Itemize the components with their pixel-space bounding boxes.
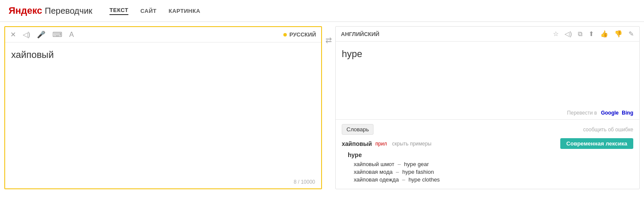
example-ru-0: хайповый шмот (354, 161, 395, 167)
source-text-input[interactable] (5, 42, 321, 176)
dislike-icon[interactable]: 👎 (614, 30, 623, 38)
share-icon[interactable]: ⬆ (589, 30, 594, 38)
example-ru-1: хайповая мода (354, 169, 392, 175)
nav-site[interactable]: САЙТ (140, 8, 157, 14)
dict-header-row: Словарь сообщить об ошибке (342, 120, 633, 138)
example-en-1: hype fashion (402, 169, 434, 175)
dict-example-1: хайповая мода – hype fashion (354, 169, 633, 175)
nav-text[interactable]: ТЕКСТ (109, 7, 128, 15)
target-panel: АНГЛИЙСКИЙ ☆ ◁) ⧉ ⬆ 👍 👎 ✎ hype Перевести… (335, 26, 640, 189)
copy-icon[interactable]: ⧉ (578, 30, 583, 38)
hide-examples-link[interactable]: скрыть примеры (392, 141, 431, 147)
target-toolbar: АНГЛИЙСКИЙ ☆ ◁) ⧉ ⬆ 👍 👎 ✎ (336, 27, 639, 42)
dict-example-2: хайповая одежда – hype clothes (354, 176, 633, 183)
source-language-label: РУССКИЙ (289, 31, 316, 38)
logo-translator: Переводчик (45, 6, 92, 16)
dict-pos: прил (375, 141, 387, 147)
example-sep-2: – (402, 176, 405, 183)
example-ru-2: хайповая одежда (354, 176, 399, 183)
dict-source-word: хайповый (342, 140, 372, 147)
google-link[interactable]: Google (601, 110, 619, 116)
clear-icon[interactable]: ✕ (10, 30, 16, 39)
edit-icon[interactable]: ✎ (629, 30, 634, 38)
main-content: ✕ ◁) 🎤 ⌨ A РУССКИЙ 8 / 10000 ⇄ АНГЛИЙСКИ… (0, 22, 644, 194)
logo: Яндекс Переводчик (9, 5, 92, 16)
char-count: 8 / 10000 (5, 176, 321, 188)
source-panel: ✕ ◁) 🎤 ⌨ A РУССКИЙ 8 / 10000 (4, 26, 322, 189)
bookmark-icon[interactable]: ☆ (553, 30, 559, 38)
dictionary-section: Словарь сообщить об ошибке хайповый прил… (336, 119, 639, 189)
target-icons: ☆ ◁) ⧉ ⬆ 👍 👎 ✎ (553, 30, 634, 38)
nav-image[interactable]: КАРТИНКА (169, 8, 200, 14)
source-lang-indicator: РУССКИЙ (283, 31, 316, 38)
bing-link[interactable]: Bing (622, 110, 633, 116)
translate-links: Перевести в Google Bing (336, 106, 639, 119)
lang-dot (283, 33, 287, 36)
example-sep-0: – (398, 161, 401, 167)
font-icon[interactable]: A (69, 31, 74, 39)
volume-target-icon[interactable]: ◁) (565, 30, 572, 38)
dict-example-0: хайповый шмот – hype gear (354, 161, 633, 167)
target-language-label: АНГЛИЙСКИЙ (341, 31, 552, 37)
example-en-0: hype gear (404, 161, 429, 167)
example-sep-1: – (396, 169, 399, 175)
translated-text: hype (336, 42, 639, 106)
dict-word-row: хайповый прил скрыть примеры Современная… (342, 138, 633, 149)
dictionary-badge[interactable]: Словарь (342, 124, 374, 135)
header: Яндекс Переводчик ТЕКСТ САЙТ КАРТИНКА (0, 0, 644, 22)
swap-arrow[interactable]: ⇄ (322, 22, 335, 194)
nav: ТЕКСТ САЙТ КАРТИНКА (109, 7, 200, 15)
mic-icon[interactable]: 🎤 (37, 30, 46, 39)
source-toolbar: ✕ ◁) 🎤 ⌨ A РУССКИЙ (5, 27, 321, 42)
like-icon[interactable]: 👍 (600, 30, 608, 38)
keyboard-icon[interactable]: ⌨ (52, 30, 62, 39)
dict-translation-word: hype (348, 151, 633, 158)
translate-in-label: Перевести в (567, 110, 597, 116)
example-en-2: hype clothes (408, 176, 440, 183)
dict-examples: хайповый шмот – hype gear хайповая мода … (354, 161, 633, 183)
report-error-link[interactable]: сообщить об ошибке (583, 127, 633, 133)
modern-lexicon-badge: Современная лексика (560, 138, 633, 149)
volume-icon[interactable]: ◁) (23, 30, 30, 39)
logo-yandex: Яндекс (9, 5, 42, 16)
